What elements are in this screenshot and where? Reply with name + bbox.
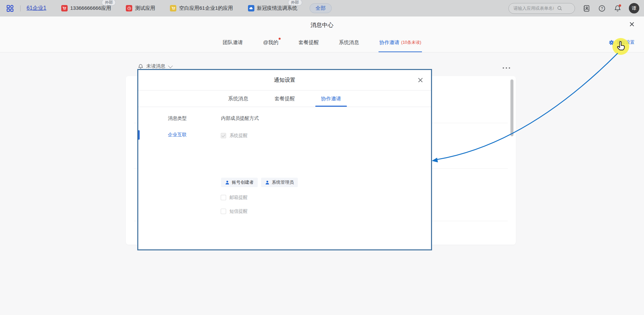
tab-team-invite[interactable]: 团队邀请 bbox=[223, 33, 243, 52]
tab-plan-reminder[interactable]: 套餐提醒 bbox=[298, 33, 319, 52]
nav-app-item[interactable]: 空白应用61企业1的应用 bbox=[170, 5, 233, 11]
unread-filter-dropdown[interactable]: 未读消息 bbox=[138, 63, 172, 69]
nav-app-item[interactable]: 13366666666应用 外部 bbox=[61, 5, 111, 11]
divider bbox=[20, 5, 21, 11]
unread-count: (10条未读) bbox=[401, 40, 421, 45]
svg-text:?: ? bbox=[601, 6, 603, 10]
message-tabs-bar: 团队邀请 @我的 套餐提醒 系统消息 协作邀请 (10条未读) 通知设置 bbox=[0, 33, 644, 53]
notification-settings-dialog: 通知设置 系统消息 套餐提醒 协作邀请 消息类型 内部成员提醒方式 企业互联 系… bbox=[137, 69, 432, 250]
tab-at-me[interactable]: @我的 bbox=[263, 33, 278, 52]
all-apps-pill[interactable]: 全部 bbox=[310, 3, 332, 13]
cart-app-icon bbox=[61, 5, 68, 11]
cart-app-icon bbox=[170, 5, 176, 11]
nav-app-item[interactable]: 新冠疫情流调系统 外部 bbox=[248, 5, 297, 11]
top-navigation-bar: 61企业1 13366666666应用 外部 测试应用 空白应用61企业1的应用 bbox=[0, 0, 644, 16]
notification-settings-link[interactable]: 通知设置 bbox=[609, 33, 635, 52]
app-name: 空白应用61企业1的应用 bbox=[179, 5, 233, 11]
app-search-box[interactable] bbox=[508, 3, 575, 14]
external-badge: 外部 bbox=[102, 0, 116, 6]
sms-reminder-option: 短信提醒 bbox=[221, 208, 248, 214]
scrollbar-thumb[interactable] bbox=[510, 79, 513, 136]
apps-grid-icon[interactable] bbox=[6, 4, 14, 12]
external-badge: 外部 bbox=[288, 0, 302, 6]
system-reminder-option: 系统提醒 bbox=[221, 133, 248, 139]
contacts-icon[interactable] bbox=[582, 4, 591, 12]
close-icon[interactable] bbox=[629, 21, 635, 28]
app-name: 新冠疫情流调系统 bbox=[257, 5, 297, 11]
recipient-tag: 账号创建者 bbox=[221, 178, 258, 187]
dialog-tab-plan-reminder[interactable]: 套餐提醒 bbox=[275, 91, 295, 107]
category-enterprise-interconnect[interactable]: 企业互联 bbox=[168, 132, 187, 138]
recipient-tag: 系统管理员 bbox=[261, 178, 298, 187]
cloud-app-icon bbox=[248, 5, 254, 11]
app-name: 测试应用 bbox=[135, 5, 155, 11]
message-center-header: 消息中心 bbox=[0, 16, 644, 33]
email-reminder-option: 邮箱提醒 bbox=[221, 195, 248, 201]
bell-icon bbox=[138, 64, 143, 69]
page-title: 消息中心 bbox=[0, 21, 644, 29]
dialog-title: 通知设置 bbox=[138, 77, 431, 84]
notifications-bell-icon[interactable] bbox=[613, 4, 621, 12]
workspace-link[interactable]: 61企业1 bbox=[27, 5, 46, 12]
dialog-tab-system-message[interactable]: 系统消息 bbox=[228, 91, 248, 107]
help-icon[interactable]: ? bbox=[598, 4, 606, 12]
tab-collaboration-invite[interactable]: 协作邀请 (10条未读) bbox=[379, 33, 421, 52]
email-reminder-checkbox[interactable] bbox=[221, 195, 226, 200]
unread-indicator-dot bbox=[619, 4, 621, 7]
tab-system-message[interactable]: 系统消息 bbox=[339, 33, 359, 52]
user-avatar[interactable]: 谭 bbox=[629, 3, 639, 13]
more-options-button[interactable] bbox=[502, 65, 512, 70]
app-name: 13366666666应用 bbox=[70, 5, 111, 11]
message-type-header: 消息类型 bbox=[168, 115, 187, 121]
person-icon bbox=[265, 180, 270, 185]
reminder-method-header: 内部成员提醒方式 bbox=[221, 115, 259, 121]
person-icon bbox=[225, 180, 229, 185]
sms-reminder-checkbox[interactable] bbox=[221, 209, 226, 214]
dialog-tab-collaboration-invite[interactable]: 协作邀请 bbox=[321, 91, 341, 107]
selected-category-indicator bbox=[138, 130, 140, 140]
clock-app-icon bbox=[126, 5, 132, 11]
recipient-tags: 账号创建者 系统管理员 bbox=[221, 178, 298, 187]
app-search-input[interactable] bbox=[513, 5, 554, 11]
chevron-down-icon bbox=[168, 64, 173, 68]
dialog-close-icon[interactable] bbox=[418, 77, 424, 83]
gear-icon bbox=[609, 40, 614, 45]
nav-app-item[interactable]: 测试应用 bbox=[126, 5, 155, 11]
unread-dot bbox=[279, 38, 281, 40]
search-icon bbox=[557, 6, 562, 11]
system-reminder-checkbox bbox=[221, 133, 226, 138]
filter-label: 未读消息 bbox=[146, 63, 165, 69]
app-window: 61企业1 13366666666应用 外部 测试应用 空白应用61企业1的应用 bbox=[0, 0, 644, 315]
